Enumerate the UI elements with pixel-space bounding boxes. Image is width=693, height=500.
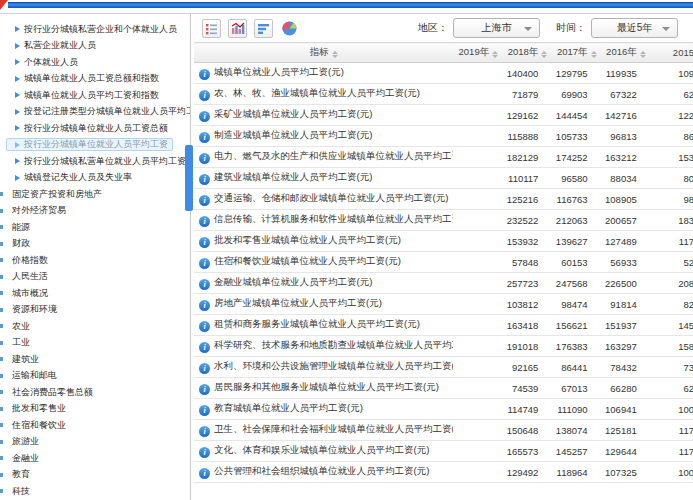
table-row[interactable]: i公共管理和社会组织城镇单位就业人员平均工资(元)129492118964107…	[194, 462, 693, 483]
sidebar-item[interactable]: 按行业分城镇单位就业人员平均工资	[0, 137, 190, 154]
sidebar-item[interactable]: 旅游业	[0, 434, 190, 451]
table-row[interactable]: i文化、体育和娱乐业城镇单位就业人员平均工资(元)165573145257129…	[194, 441, 693, 462]
table-row[interactable]: i居民服务和其他服务业城镇单位就业人员平均工资(元)74539670136628…	[194, 378, 693, 399]
sidebar-item[interactable]: 按行业分城镇私营单位就业人员平均工资	[0, 153, 190, 170]
info-icon[interactable]: i	[199, 342, 210, 353]
tree-expand-arrow-icon[interactable]	[15, 175, 20, 181]
table-row[interactable]: i水利、环境和公共设施管理业城镇单位就业人员平均工资(元)92165864417…	[194, 357, 693, 378]
time-select[interactable]: 最近5年	[591, 18, 678, 38]
sidebar-item[interactable]: 财政	[0, 236, 190, 253]
sidebar-item[interactable]: 价格指数	[0, 252, 190, 269]
tree-bullet-icon	[0, 357, 3, 361]
region-select[interactable]: 上海市	[453, 18, 540, 38]
info-icon[interactable]: i	[199, 132, 210, 143]
tree-expand-arrow-icon[interactable]	[15, 158, 20, 164]
tree-expand-arrow-icon[interactable]	[15, 43, 20, 49]
list-view-button[interactable]	[202, 19, 221, 38]
info-icon[interactable]: i	[199, 300, 210, 311]
sidebar-item[interactable]: 城市概况	[0, 285, 190, 302]
tree-bullet-icon	[0, 473, 3, 477]
sidebar-item[interactable]: 农业	[0, 318, 190, 335]
info-icon[interactable]: i	[199, 258, 210, 269]
info-icon[interactable]: i	[199, 69, 210, 80]
column-header-indicator[interactable]: 指标	[194, 43, 453, 63]
info-icon[interactable]: i	[199, 321, 210, 332]
tree-expand-arrow-icon[interactable]	[15, 76, 20, 82]
sidebar-item[interactable]: 按行业分城镇单位就业人员工资总额	[0, 120, 190, 137]
tree-expand-arrow-icon[interactable]	[15, 142, 20, 148]
info-icon[interactable]: i	[199, 384, 210, 395]
info-icon[interactable]: i	[199, 447, 210, 458]
info-icon[interactable]: i	[199, 153, 210, 164]
sidebar-item[interactable]: 能源	[0, 219, 190, 236]
sidebar-item-label: 工业	[12, 338, 30, 347]
table-row[interactable]: i农、林、牧、渔业城镇单位就业人员平均工资(元)7187969903673226…	[194, 84, 693, 105]
sidebar-scrollbar-thumb[interactable]	[185, 145, 193, 211]
info-icon[interactable]: i	[199, 216, 210, 227]
tree-expand-arrow-icon[interactable]	[15, 92, 20, 98]
tree-expand-arrow-icon[interactable]	[15, 109, 20, 115]
column-header-year[interactable]: 2019年	[453, 43, 502, 63]
table-row[interactable]: i租赁和商务服务业城镇单位就业人员平均工资(元)1634181566211519…	[194, 315, 693, 336]
indicator-name: 农、林、牧、渔业城镇单位就业人员平均工资(元)	[214, 87, 420, 98]
sidebar-item[interactable]: 教育	[0, 467, 190, 484]
sidebar-item[interactable]: 个体就业人员	[0, 54, 190, 71]
info-icon[interactable]: i	[199, 237, 210, 248]
bar-chart-button[interactable]	[254, 19, 273, 38]
table-row[interactable]: i教育城镇单位就业人员平均工资(元)114749111090106941100	[194, 399, 693, 420]
table-row[interactable]: i采矿业城镇单位就业人员平均工资(元)129162144454142716122	[194, 105, 693, 126]
info-icon[interactable]: i	[199, 195, 210, 206]
sidebar-item-label: 按行业分城镇单位就业人员工资总额	[24, 124, 168, 133]
sidebar-item[interactable]: 批发和零售业	[0, 401, 190, 418]
column-chart-button[interactable]	[228, 19, 247, 38]
info-icon[interactable]: i	[199, 405, 210, 416]
table-row[interactable]: i住宿和餐饮业城镇单位就业人员平均工资(元)57848601535693352	[194, 252, 693, 273]
column-header-year[interactable]: 2017年	[551, 43, 600, 63]
table-row[interactable]: i卫生、社会保障和社会福利业城镇单位就业人员平均工资(元)15064813807…	[194, 420, 693, 441]
info-icon[interactable]: i	[199, 111, 210, 122]
sort-arrows-icon	[492, 51, 498, 58]
table-row[interactable]: i制造业城镇单位就业人员平均工资(元)1158881057339681386	[194, 126, 693, 147]
info-icon[interactable]: i	[199, 426, 210, 437]
table-row[interactable]: i交通运输、仓储和邮政业城镇单位就业人员平均工资(元)1252161167631…	[194, 189, 693, 210]
sidebar-item[interactable]: 工业	[0, 335, 190, 352]
value-cell: 60153	[551, 252, 600, 273]
sidebar-item[interactable]: 城镇登记失业人员及失业率	[0, 170, 190, 187]
column-header-label: 指标	[310, 46, 329, 57]
info-icon[interactable]: i	[199, 468, 210, 479]
info-icon[interactable]: i	[199, 279, 210, 290]
tree-expand-arrow-icon[interactable]	[15, 26, 20, 32]
sidebar-item[interactable]: 运输和邮电	[0, 368, 190, 385]
column-header-year[interactable]: 2016年	[601, 43, 650, 63]
sidebar-item[interactable]: 住宿和餐饮业	[0, 417, 190, 434]
table-row[interactable]: i电力、燃气及水的生产和供应业城镇单位就业人员平均工资(元)1821291742…	[194, 147, 693, 168]
tree-expand-arrow-icon[interactable]	[15, 59, 20, 65]
table-row[interactable]: i科学研究、技术服务和地质勘查业城镇单位就业人员平均工资(元)191018176…	[194, 336, 693, 357]
sidebar-item[interactable]: 资源和环境	[0, 302, 190, 319]
table-row[interactable]: i信息传输、计算机服务和软件业城镇单位就业人员平均工资(元)2325222120…	[194, 210, 693, 231]
pie-chart-button[interactable]	[280, 19, 299, 38]
tree-expand-arrow-icon[interactable]	[15, 125, 20, 131]
sidebar-item[interactable]: 人民生活	[0, 269, 190, 286]
sidebar-item[interactable]: 对外经济贸易	[0, 203, 190, 220]
table-row[interactable]: i建筑业城镇单位就业人员平均工资(元)110117965808803480	[194, 168, 693, 189]
column-header-year[interactable]: 2015	[650, 43, 693, 63]
sidebar-item[interactable]: 城镇单位就业人员工资总额和指数	[0, 71, 190, 88]
info-icon[interactable]: i	[199, 174, 210, 185]
table-row[interactable]: i房地产业城镇单位就业人员平均工资(元)103812984749181482	[194, 294, 693, 315]
sidebar-item[interactable]: 固定资产投资和房地产	[0, 186, 190, 203]
sidebar-item[interactable]: 社会消费品零售总额	[0, 384, 190, 401]
sidebar-item[interactable]: 城镇单位就业人员平均工资和指数	[0, 87, 190, 104]
sidebar-item[interactable]: 按登记注册类型分城镇单位就业人员平均工	[0, 104, 190, 121]
table-row[interactable]: i批发和零售业城镇单位就业人员平均工资(元)153932139627127489…	[194, 231, 693, 252]
sidebar-item[interactable]: 金融业	[0, 450, 190, 467]
table-row[interactable]: i城镇单位就业人员平均工资(元)140400129795119935109	[194, 63, 693, 84]
table-row[interactable]: i金融业城镇单位就业人员平均工资(元)257723247568226500208	[194, 273, 693, 294]
sidebar-item[interactable]: 按行业分城镇私营企业和个体就业人员	[0, 21, 190, 38]
column-header-year[interactable]: 2018年	[502, 43, 551, 63]
sidebar-item[interactable]: 科技	[0, 483, 190, 500]
info-icon[interactable]: i	[199, 90, 210, 101]
info-icon[interactable]: i	[199, 363, 210, 374]
sidebar-item[interactable]: 建筑业	[0, 351, 190, 368]
sidebar-item[interactable]: 私营企业就业人员	[0, 38, 190, 55]
